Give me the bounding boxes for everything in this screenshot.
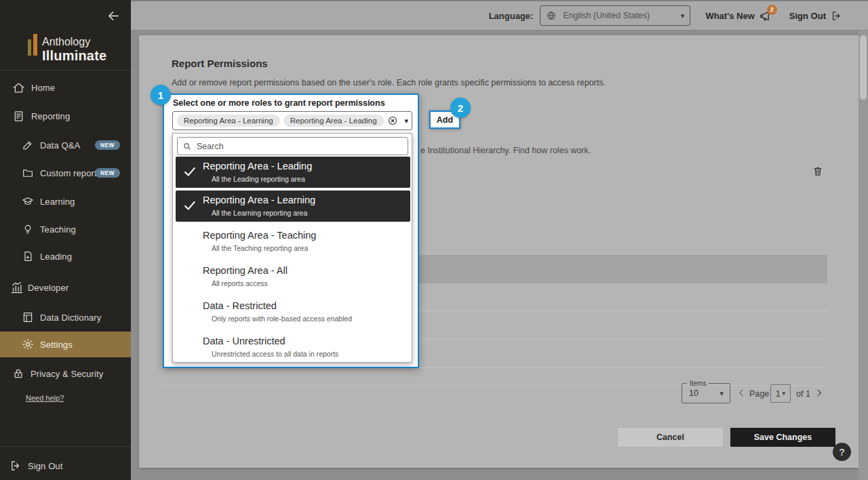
- scrollbar-thumb[interactable]: [860, 35, 867, 100]
- sidebar-item-label: Data Q&A: [40, 140, 80, 151]
- lock-icon: [12, 367, 24, 380]
- cancel-button[interactable]: Cancel: [618, 428, 723, 447]
- option-description: All the Learning reporting area: [212, 209, 307, 217]
- pen-icon: [22, 139, 34, 151]
- help-button[interactable]: ?: [833, 443, 851, 461]
- topbar-sign-out-button[interactable]: Sign Out: [789, 10, 842, 22]
- delete-role-button[interactable]: [812, 165, 823, 177]
- page-label: Page: [749, 389, 769, 399]
- role-option-all[interactable]: Reporting Area - All All reports access: [176, 261, 410, 292]
- option-description: All the Teaching reporting area: [212, 244, 308, 252]
- role-option-data-restricted[interactable]: Data - Restricted Only reports with role…: [176, 296, 410, 327]
- save-changes-button[interactable]: Save Changes: [730, 428, 835, 447]
- sidebar-item-settings[interactable]: Settings: [0, 332, 131, 357]
- whats-new-button[interactable]: What's New 2: [705, 9, 771, 22]
- sidebar-item-label: Learning: [40, 197, 75, 207]
- selected-role-chip[interactable]: Reporting Area - Learning: [177, 115, 280, 127]
- sidebar-item-label: Custom reports: [40, 168, 101, 178]
- collapse-sidebar-button[interactable]: [106, 9, 121, 23]
- app-screen: Language: English (United States) ▾ What…: [0, 0, 868, 480]
- whats-new-count-badge: 2: [767, 5, 777, 15]
- book-icon: [22, 311, 34, 323]
- trash-icon: [812, 165, 823, 177]
- top-bar: Language: English (United States) ▾ What…: [131, 0, 868, 31]
- option-title: Data - Unrestricted: [203, 336, 285, 346]
- sidebar-item-label: Sign Out: [28, 461, 62, 471]
- panel-label: Select one or more roles to grant report…: [173, 98, 385, 108]
- role-option-teaching[interactable]: Reporting Area - Teaching All the Teachi…: [176, 226, 410, 257]
- role-option-learning[interactable]: Reporting Area - Learning All the Learni…: [176, 191, 410, 222]
- sidebar-item-label: Privacy & Security: [31, 369, 103, 379]
- folder-icon: [22, 167, 34, 179]
- sidebar-divider: [0, 446, 131, 447]
- language-select[interactable]: English (United States) ▾: [540, 5, 690, 26]
- page-description: Add or remove report permissions based o…: [172, 78, 606, 87]
- sidebar-item-label: Teaching: [40, 224, 76, 235]
- role-option-data-unrestricted[interactable]: Data - Unrestricted Unrestricted access …: [176, 332, 410, 363]
- selected-role-chip[interactable]: Reporting Area - Leading: [283, 115, 384, 127]
- page-value: 1: [776, 389, 781, 399]
- home-icon: [12, 81, 25, 94]
- option-description: All reports access: [212, 279, 268, 287]
- roles-dropdown-list: Reporting Area - Leading All the Leading…: [172, 133, 412, 363]
- option-title: Reporting Area - Leading: [203, 161, 312, 172]
- option-title: Data - Restricted: [203, 300, 277, 311]
- sidebar-item-label: Leading: [40, 252, 72, 262]
- role-option-leading[interactable]: Reporting Area - Leading All the Leading…: [176, 157, 410, 188]
- option-description: Unrestricted access to all data in repor…: [212, 350, 338, 358]
- globe-icon: [546, 10, 557, 21]
- sidebar-item-label: Home: [31, 83, 55, 93]
- brand-name: Anthology: [42, 36, 90, 48]
- sidebar-item-label: Settings: [40, 340, 73, 350]
- page-number-select[interactable]: 1 ▾: [770, 384, 791, 403]
- sidebar-item-custom-reports[interactable]: Custom reports NEW: [0, 160, 131, 186]
- arrow-left-icon: [106, 9, 121, 23]
- sidebar-item-privacy-security[interactable]: Privacy & Security: [0, 361, 131, 386]
- sidebar-item-label: Reporting: [31, 111, 70, 121]
- chevron-down-icon: ▾: [719, 390, 724, 397]
- option-title: Reporting Area - All: [203, 265, 288, 276]
- scrollbar[interactable]: [859, 31, 868, 480]
- option-title: Reporting Area - Learning: [203, 195, 315, 205]
- roles-search[interactable]: [177, 137, 408, 155]
- items-per-page-select[interactable]: Items 10 ▾: [682, 383, 730, 403]
- sign-out-icon: [831, 10, 842, 22]
- sidebar-item-home[interactable]: Home: [0, 75, 131, 100]
- page-title: Report Permissions: [172, 58, 268, 69]
- clear-selection-icon[interactable]: [387, 115, 398, 126]
- document-star-icon: [22, 250, 34, 262]
- sidebar-item-developer[interactable]: Developer: [0, 275, 131, 300]
- sidebar-item-learning[interactable]: Learning: [0, 188, 131, 214]
- sidebar-item-label: Data Dictionary: [40, 313, 101, 323]
- option-description: Only reports with role-based access enab…: [212, 315, 352, 323]
- sidebar-item-label: Developer: [28, 283, 68, 293]
- page-of-label: of 1: [796, 389, 810, 399]
- question-mark-icon: ?: [839, 447, 845, 458]
- tour-step-2-badge: 2: [450, 98, 471, 118]
- logo-bar-orange: [33, 34, 37, 56]
- report-icon: [12, 110, 25, 123]
- sidebar-item-teaching[interactable]: Teaching: [0, 216, 131, 242]
- previous-page-button[interactable]: [736, 388, 747, 398]
- option-title: Reporting Area - Teaching: [203, 230, 316, 241]
- whats-new-label: What's New: [705, 11, 754, 21]
- option-description: All the Leading reporting area: [212, 175, 305, 183]
- sidebar-item-data-qa[interactable]: Data Q&A NEW: [0, 132, 131, 158]
- dimmed-helper-text: e Institutional Hierarchy. Find how role…: [420, 146, 705, 155]
- sign-out-label: Sign Out: [789, 11, 826, 21]
- tour-step-1-badge: 1: [151, 85, 171, 105]
- next-page-button[interactable]: [814, 388, 824, 398]
- sidebar-sign-out-button[interactable]: Sign Out: [0, 452, 131, 480]
- logo-bar-olive: [28, 39, 31, 56]
- language-label: Language:: [489, 11, 534, 21]
- sidebar-item-leading[interactable]: Leading: [0, 243, 131, 269]
- sidebar-item-reporting[interactable]: Reporting: [0, 103, 131, 129]
- sidebar-item-data-dictionary[interactable]: Data Dictionary: [0, 304, 131, 330]
- roles-multiselect[interactable]: Reporting Area - Learning Reporting Area…: [172, 111, 412, 130]
- check-icon: [182, 198, 197, 213]
- need-help-link[interactable]: Need help?: [26, 394, 64, 402]
- search-input[interactable]: [197, 142, 403, 151]
- chevron-down-icon: ▾: [681, 12, 685, 20]
- sign-out-icon: [9, 460, 22, 472]
- role-permissions-panel: Select one or more roles to grant report…: [163, 94, 419, 368]
